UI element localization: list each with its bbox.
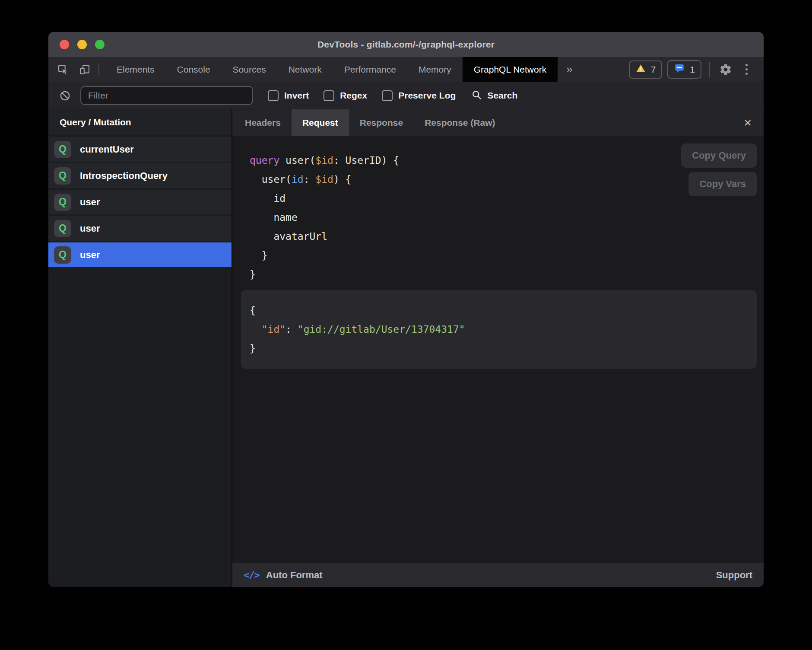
close-panel-icon[interactable]: × <box>741 115 754 130</box>
tab-elements[interactable]: Elements <box>105 57 166 82</box>
request-item-label: user <box>80 249 100 261</box>
request-tab-content: query user($id: UserID) { user(id: $id) … <box>232 136 764 563</box>
code-line: user(id: $id) { <box>250 170 764 189</box>
invert-checkbox-box[interactable] <box>268 90 279 101</box>
inspect-element-icon[interactable] <box>57 64 69 76</box>
more-options-icon[interactable] <box>739 62 754 77</box>
tab-performance[interactable]: Performance <box>333 57 407 82</box>
tab-headers[interactable]: Headers <box>234 109 292 136</box>
request-item-label: user <box>80 197 100 208</box>
checkbox-regex[interactable]: Regex <box>324 90 367 101</box>
search-button[interactable]: Search <box>471 89 517 102</box>
device-toolbar-icon[interactable] <box>79 64 91 76</box>
code-line: } <box>250 265 764 284</box>
code-line: } <box>250 246 764 265</box>
toolbar-divider <box>98 63 99 76</box>
detail-footer: </> Auto Format Support <box>232 563 764 587</box>
settings-gear-icon[interactable] <box>718 62 733 77</box>
tab-request[interactable]: Request <box>292 109 349 136</box>
copy-query-button[interactable]: Copy Query <box>681 143 757 168</box>
search-icon <box>471 89 482 102</box>
request-item-label: user <box>80 223 100 234</box>
devtools-window: DevTools - gitlab.com/-/graphql-explorer… <box>48 32 764 587</box>
detail-tab-list: HeadersRequestResponseResponse (Raw) <box>232 109 506 136</box>
checkbox-preserve-log[interactable]: Preserve Log <box>382 90 456 101</box>
sidebar-header: Query / Mutation <box>48 109 232 135</box>
preserve-log-checkbox-label: Preserve Log <box>398 90 456 101</box>
preserve-log-checkbox-box[interactable] <box>382 90 393 101</box>
copy-vars-button[interactable]: Copy Vars <box>688 172 757 196</box>
filter-bar: InvertRegexPreserve Log Search <box>48 82 764 109</box>
warnings-badge[interactable]: 7 <box>629 61 663 79</box>
code-format-icon: </> <box>244 570 260 580</box>
query-type-badge: Q <box>54 194 71 211</box>
detail-tabs-row: HeadersRequestResponseResponse (Raw) × <box>232 109 764 136</box>
filter-input[interactable] <box>80 86 253 105</box>
request-list: QcurrentUserQIntrospectionQueryQuserQuse… <box>48 135 232 267</box>
tab-console[interactable]: Console <box>166 57 222 82</box>
query-type-badge: Q <box>54 220 71 237</box>
tab-response[interactable]: Response <box>349 109 414 136</box>
minimize-window-button[interactable] <box>77 40 87 49</box>
invert-checkbox-label: Invert <box>284 90 309 101</box>
warning-count: 7 <box>651 64 656 75</box>
request-item-user[interactable]: Quser <box>48 216 232 241</box>
request-detail-panel: HeadersRequestResponseResponse (Raw) × q… <box>232 109 764 587</box>
tab-response-raw[interactable]: Response (Raw) <box>414 109 506 136</box>
checkbox-invert[interactable]: Invert <box>268 90 309 101</box>
query-type-badge: Q <box>54 141 71 158</box>
code-line: id <box>250 189 764 208</box>
request-item-user[interactable]: Quser <box>48 242 232 267</box>
toolbar-right: 7 1 <box>629 57 764 82</box>
regex-checkbox-box[interactable] <box>324 90 334 101</box>
regex-checkbox-label: Regex <box>340 90 367 101</box>
toolbar-divider <box>709 62 710 77</box>
graphql-query-code: query user($id: UserID) { user(id: $id) … <box>250 151 764 284</box>
code-line: "id": "gid://gitlab/User/13704317" <box>250 320 757 339</box>
request-item-introspectionquery[interactable]: QIntrospectionQuery <box>48 163 232 188</box>
devtools-toolbar: ElementsConsoleSourcesNetworkPerformance… <box>48 57 764 82</box>
close-window-button[interactable] <box>60 40 69 49</box>
message-icon <box>674 63 685 76</box>
query-type-badge: Q <box>54 246 71 264</box>
code-line: } <box>250 339 757 358</box>
fullscreen-window-button[interactable] <box>95 40 105 49</box>
message-count: 1 <box>690 64 695 75</box>
warning-icon <box>635 63 646 76</box>
tab-network[interactable]: Network <box>277 57 333 82</box>
support-link[interactable]: Support <box>716 570 752 581</box>
request-item-user[interactable]: Quser <box>48 190 232 214</box>
query-type-badge: Q <box>54 167 71 185</box>
issues-badge[interactable]: 1 <box>667 60 701 79</box>
window-title: DevTools - gitlab.com/-/graphql-explorer <box>48 39 764 50</box>
panel-tab-list: ElementsConsoleSourcesNetworkPerformance… <box>105 57 558 82</box>
request-list-sidebar: Query / Mutation QcurrentUserQIntrospect… <box>48 109 232 587</box>
request-item-label: IntrospectionQuery <box>80 170 168 182</box>
filter-checkboxes: InvertRegexPreserve Log <box>253 90 456 101</box>
toolbar-icons <box>48 57 98 82</box>
titlebar: DevTools - gitlab.com/-/graphql-explorer <box>48 32 764 57</box>
traffic-lights <box>48 40 105 49</box>
search-label: Search <box>487 90 517 101</box>
request-item-label: currentUser <box>80 144 134 155</box>
request-item-currentuser[interactable]: QcurrentUser <box>48 137 232 162</box>
code-line: { <box>250 301 757 320</box>
more-tabs-button[interactable]: » <box>558 57 581 82</box>
clear-filter-icon[interactable] <box>59 89 71 102</box>
tab-graphql-network[interactable]: GraphQL Network <box>463 57 558 82</box>
query-variables-box: { "id": "gid://gitlab/User/13704317"} <box>241 290 757 369</box>
auto-format-button[interactable]: Auto Format <box>266 570 323 581</box>
tab-memory[interactable]: Memory <box>407 57 463 82</box>
main-area: Query / Mutation QcurrentUserQIntrospect… <box>48 109 764 587</box>
code-line: avatarUrl <box>250 227 764 246</box>
tab-sources[interactable]: Sources <box>222 57 277 82</box>
code-line: name <box>250 208 764 227</box>
